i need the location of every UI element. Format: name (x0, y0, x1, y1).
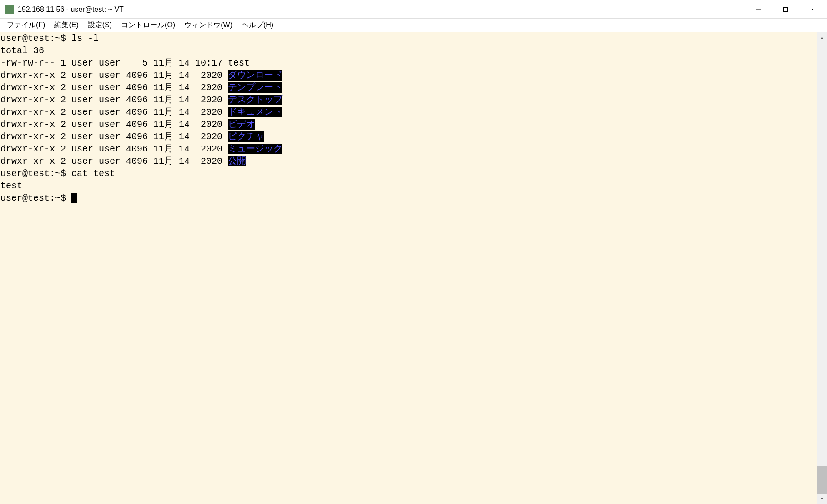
directory-name: ミュージック (228, 144, 282, 154)
maximize-icon (783, 7, 788, 12)
directory-name: デスクトップ (228, 95, 282, 105)
directory-name: ダウンロード (228, 70, 282, 81)
app-icon (5, 5, 14, 14)
menu-window[interactable]: ウィンドウ(W) (180, 19, 237, 31)
window-controls (745, 0, 827, 19)
scroll-thumb[interactable] (817, 466, 827, 494)
directory-name: 公開 (228, 156, 246, 166)
ls-row: drwxr-xr-x 2 user user 4096 11月 14 2020 … (0, 94, 817, 106)
directory-name: ドキュメント (228, 107, 282, 117)
minimize-button[interactable] (745, 0, 772, 19)
terminal-area: user@test:~$ ls -ltotal 36-rw-rw-r-- 1 u… (0, 32, 827, 504)
titlebar[interactable]: 192.168.11.56 - user@test: ~ VT (0, 0, 827, 19)
menu-setup[interactable]: 設定(S) (83, 19, 116, 31)
menubar: ファイル(F) 編集(E) 設定(S) コントロール(O) ウィンドウ(W) ヘ… (0, 19, 827, 32)
ls-row: drwxr-xr-x 2 user user 4096 11月 14 2020 … (0, 143, 817, 155)
directory-name: テンプレート (228, 82, 282, 93)
minimize-icon (756, 7, 761, 12)
close-icon (810, 7, 816, 12)
app-window: 192.168.11.56 - user@test: ~ VT ファイル(F) … (0, 0, 827, 504)
menu-control[interactable]: コントロール(O) (116, 19, 180, 31)
scrollbar[interactable]: ▴ ▾ (817, 32, 827, 504)
window-title: 192.168.11.56 - user@test: ~ VT (18, 5, 745, 14)
menu-edit[interactable]: 編集(E) (50, 19, 83, 31)
prompt-line: user@test:~$ ls -l (0, 32, 817, 45)
file-name: test (228, 58, 250, 68)
close-button[interactable] (799, 0, 827, 19)
menu-file[interactable]: ファイル(F) (2, 19, 50, 31)
scroll-track[interactable] (817, 42, 827, 494)
ls-row: drwxr-xr-x 2 user user 4096 11月 14 2020 … (0, 81, 817, 94)
ls-row: drwxr-xr-x 2 user user 4096 11月 14 2020 … (0, 131, 817, 143)
ls-row: drwxr-xr-x 2 user user 4096 11月 14 2020 … (0, 69, 817, 81)
cursor (71, 193, 77, 203)
scroll-down-icon[interactable]: ▾ (817, 494, 827, 504)
svg-rect-1 (784, 7, 788, 11)
output-line: test (0, 180, 817, 192)
output-line: total 36 (0, 45, 817, 57)
directory-name: ビデオ (228, 119, 255, 130)
ls-row: -rw-rw-r-- 1 user user 5 11月 14 10:17 te… (0, 57, 817, 69)
terminal[interactable]: user@test:~$ ls -ltotal 36-rw-rw-r-- 1 u… (0, 32, 817, 504)
maximize-button[interactable] (772, 0, 799, 19)
scroll-up-icon[interactable]: ▴ (817, 32, 827, 42)
menu-help[interactable]: ヘルプ(H) (237, 19, 278, 31)
ls-row: drwxr-xr-x 2 user user 4096 11月 14 2020 … (0, 106, 817, 118)
prompt-line: user@test:~$ cat test (0, 167, 817, 180)
ls-row: drwxr-xr-x 2 user user 4096 11月 14 2020 … (0, 118, 817, 131)
ls-row: drwxr-xr-x 2 user user 4096 11月 14 2020 … (0, 155, 817, 167)
directory-name: ピクチャ (228, 131, 264, 142)
prompt-line: user@test:~$ (0, 192, 817, 204)
